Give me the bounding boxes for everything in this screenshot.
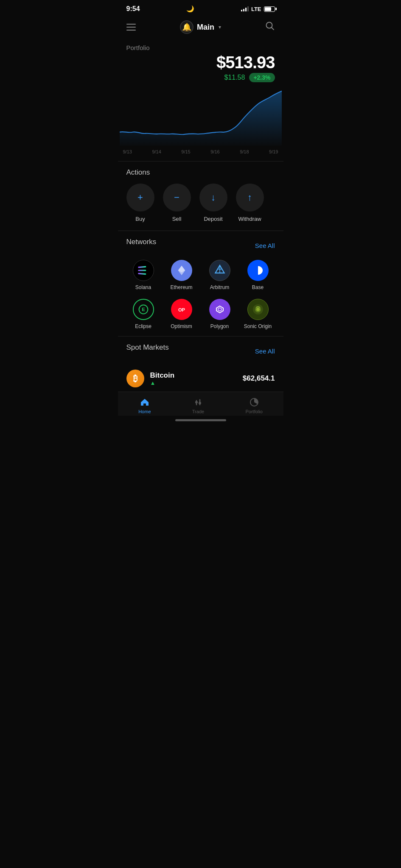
chart-date-2: 9/14	[152, 149, 161, 154]
deposit-circle: ↓	[199, 184, 227, 211]
svg-rect-3	[138, 270, 146, 271]
arrow-up-icon: ↑	[247, 192, 252, 203]
change-badge: +2.3%	[249, 73, 275, 82]
markets-label: Spot Markets	[126, 343, 169, 352]
withdraw-action[interactable]: ↑ Withdraw	[236, 184, 264, 222]
networks-grid: Solana Ethereum Arbitrum	[126, 260, 275, 329]
battery-icon	[264, 6, 275, 12]
deposit-label: Deposit	[204, 216, 222, 222]
network-base[interactable]: Base	[241, 260, 275, 290]
portfolio-chart: 9/13 9/14 9/15 9/16 9/18 9/19	[118, 86, 283, 154]
menu-button[interactable]	[126, 24, 136, 31]
polygon-logo	[209, 299, 230, 320]
minus-icon: −	[174, 192, 179, 203]
network-arbitrum[interactable]: Arbitrum	[203, 260, 237, 290]
arrow-down-icon: ↓	[211, 192, 216, 203]
svg-point-23	[195, 401, 198, 403]
solana-logo	[133, 260, 154, 281]
spot-markets-section: Spot Markets See All ₿ Bitcoin ▲ $62,654…	[118, 343, 283, 392]
chevron-down-icon: ▾	[219, 24, 221, 30]
deposit-action[interactable]: ↓ Deposit	[199, 184, 227, 222]
divider-2	[118, 231, 283, 231]
home-icon	[140, 397, 150, 407]
bottom-nav: Home Trade Portfolio	[118, 392, 283, 416]
bitcoin-info: Bitcoin ▲	[150, 371, 237, 386]
status-right: LTE	[241, 6, 275, 12]
avatar-icon: 🔔	[182, 22, 191, 32]
networks-label: Networks	[126, 238, 157, 246]
ethereum-label: Ethereum	[170, 284, 192, 290]
solana-label: Solana	[135, 284, 151, 290]
chart-labels: 9/13 9/14 9/15 9/16 9/18 9/19	[120, 147, 282, 154]
portfolio-label: Portfolio	[126, 44, 275, 51]
bitcoin-market-row[interactable]: ₿ Bitcoin ▲ $62,654.1	[126, 365, 275, 392]
account-selector[interactable]: 🔔 Main ▾	[180, 20, 221, 34]
buy-action[interactable]: + Buy	[126, 184, 154, 222]
nav-home[interactable]: Home	[138, 397, 151, 414]
networks-section: Networks See All Solana	[118, 238, 283, 329]
chart-svg	[120, 86, 282, 146]
sell-action[interactable]: − Sell	[163, 184, 191, 222]
eclipse-logo: Ε	[133, 299, 154, 320]
optimism-logo: OP	[171, 299, 192, 320]
svg-rect-2	[138, 266, 146, 268]
status-time: 9:54	[126, 5, 140, 13]
portfolio-value: $513.93	[126, 53, 275, 72]
moon-icon: 🌙	[186, 5, 194, 13]
polygon-label: Polygon	[210, 323, 229, 329]
network-solana[interactable]: Solana	[126, 260, 160, 290]
portfolio-change: $11.58 +2.3%	[126, 73, 275, 82]
nav-portfolio[interactable]: Portfolio	[245, 397, 262, 414]
svg-text:Ε: Ε	[142, 307, 145, 312]
signal-icon	[241, 6, 249, 11]
networks-see-all[interactable]: See All	[255, 242, 275, 249]
network-polygon[interactable]: Polygon	[203, 299, 237, 329]
home-indicator	[175, 419, 226, 421]
sell-label: Sell	[172, 216, 182, 222]
ethereum-logo	[171, 260, 192, 281]
networks-header: Networks See All	[126, 238, 275, 253]
network-eclipse[interactable]: Ε Eclipse	[126, 299, 160, 329]
network-ethereum[interactable]: Ethereum	[165, 260, 199, 290]
eclipse-label: Eclipse	[135, 323, 151, 329]
portfolio-icon	[249, 397, 259, 407]
sonic-origin-label: Sonic Origin	[244, 323, 272, 329]
bitcoin-name: Bitcoin	[150, 371, 237, 380]
arbitrum-label: Arbitrum	[210, 284, 229, 290]
markets-see-all[interactable]: See All	[255, 348, 275, 355]
bitcoin-price: $62,654.1	[243, 374, 275, 383]
actions-section: Actions + Buy − Sell ↓ Deposit ↑ Withdra…	[118, 168, 283, 224]
status-bar: 9:54 🌙 LTE	[118, 0, 283, 16]
markets-header: Spot Markets See All	[126, 343, 275, 359]
home-nav-label: Home	[138, 409, 151, 414]
network-sonic-origin[interactable]: Sonic Origin	[241, 299, 275, 329]
arbitrum-logo	[209, 260, 230, 281]
svg-text:OP: OP	[178, 307, 185, 312]
portfolio-section: Portfolio $513.93 $11.58 +2.3%	[118, 41, 283, 82]
buy-circle: +	[126, 184, 154, 211]
change-amount: $11.58	[224, 74, 245, 81]
trade-icon	[193, 397, 203, 407]
avatar: 🔔	[180, 20, 193, 34]
base-logo	[247, 260, 269, 281]
search-button[interactable]	[265, 21, 275, 33]
svg-point-24	[199, 402, 201, 404]
chart-date-3: 9/15	[181, 149, 190, 154]
svg-point-20	[256, 308, 260, 311]
bitcoin-change: ▲	[150, 380, 237, 386]
lte-label: LTE	[251, 6, 261, 12]
chart-date-1: 9/13	[123, 149, 132, 154]
sell-circle: −	[163, 184, 191, 211]
network-optimism[interactable]: OP Optimism	[165, 299, 199, 329]
optimism-label: Optimism	[171, 323, 192, 329]
chart-date-6: 9/19	[269, 149, 278, 154]
svg-rect-4	[138, 273, 146, 275]
withdraw-label: Withdraw	[238, 216, 261, 222]
trade-nav-label: Trade	[192, 409, 204, 414]
nav-trade[interactable]: Trade	[192, 397, 204, 414]
bitcoin-logo: ₿	[126, 370, 144, 387]
divider-1	[118, 161, 283, 161]
account-name: Main	[197, 23, 214, 32]
divider-3	[118, 336, 283, 337]
withdraw-circle: ↑	[236, 184, 264, 211]
